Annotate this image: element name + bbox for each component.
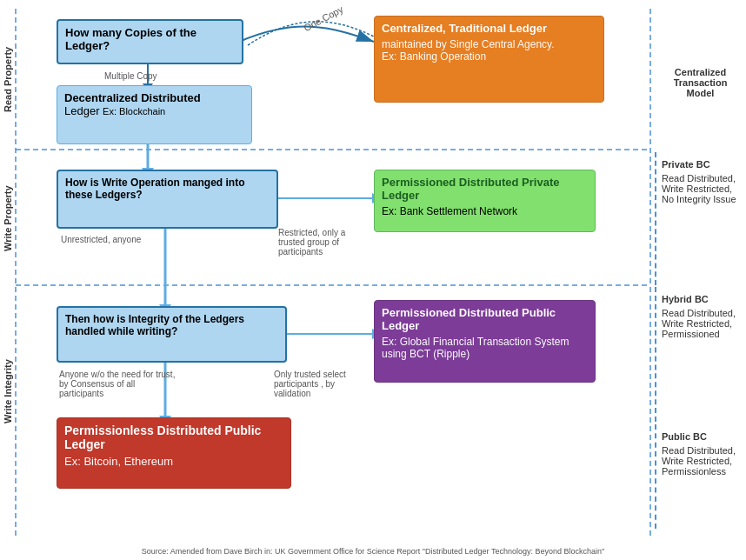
label-read-property: Read Property <box>0 9 16 150</box>
question3-box: Then how is Integrity of the Ledgers han… <box>57 306 287 363</box>
label-write-property: Write Property <box>0 152 16 285</box>
decentralized-ledger-box: Decentralized Distributed Ledger Ex: Blo… <box>57 85 252 144</box>
footer-source: Source: Amended from Dave Birch in: UK G… <box>142 547 604 556</box>
public-bc-desc: Read Distributed, Write Restricted, Perm… <box>662 445 741 477</box>
right-panel-public: Public BC Read Distributed, Write Restri… <box>655 424 746 529</box>
question1-box: How many Copies of the Ledger? <box>57 19 243 64</box>
decentralized-subtitle: Ledger Ex: Blockchain <box>64 104 244 117</box>
multiple-copy-label: Multiple Copy <box>104 71 157 81</box>
restricted-label: Restricted, only a trusted group of part… <box>278 228 370 257</box>
private-title: Permissioned Distributed Private Ledger <box>382 176 588 202</box>
anyone-consensus-label: Anyone w/o the need for trust, by Consen… <box>59 370 177 398</box>
trusted-select-label: Only trusted select participants , by va… <box>274 370 374 398</box>
public-bc-label: Public BC <box>662 431 741 442</box>
one-copy-label: One Copy <box>302 3 344 33</box>
centralized-ledger-box: Centralized, Traditional Ledger maintain… <box>374 16 604 103</box>
label-write-integrity: Write Integrity <box>0 287 16 496</box>
unrestricted-label: Unrestricted, anyone <box>61 235 148 244</box>
decentralized-title: Decentralized Distributed <box>64 91 244 104</box>
private-bc-desc: Read Distributed, Write Restricted, No I… <box>662 173 741 204</box>
permissioned-private-box: Permissioned Distributed Private Ledger … <box>374 170 596 232</box>
permissionless-box: Permissionless Distributed Public Ledger… <box>57 417 291 489</box>
right-panel-centralized: Centralized Transaction Model <box>655 17 746 148</box>
centralized-title: Centralized, Traditional Ledger <box>382 22 596 35</box>
hybrid-bc-label: Hybrid BC <box>662 294 741 304</box>
public-perm-body: Ex: Global Financial Transaction System … <box>382 336 588 360</box>
centralized-model-label: Centralized Transaction Model <box>660 67 741 98</box>
centralized-body: maintained by Single Central Agency. <box>382 38 596 50</box>
permissionless-title: Permissionless Distributed Public Ledger <box>64 423 283 451</box>
permissioned-public-box: Permissioned Distributed Public Ledger E… <box>374 300 596 383</box>
centralized-ex: Ex: Banking Operation <box>382 50 596 63</box>
public-perm-title: Permissioned Distributed Public Ledger <box>382 306 588 332</box>
private-ex: Ex: Bank Settlement Network <box>382 205 588 217</box>
right-panel-private: Private BC Read Distributed, Write Restr… <box>655 152 746 285</box>
hybrid-bc-desc: Read Distributed, Write Restricted, Perm… <box>662 308 741 339</box>
main-container: Read Property Write Property Write Integ… <box>0 0 746 560</box>
permissionless-body: Ex: Bitcoin, Ethereum <box>64 455 283 468</box>
private-bc-label: Private BC <box>662 159 741 170</box>
question2-box: How is Write Operation manged into these… <box>57 170 278 229</box>
right-panel-hybrid: Hybrid BC Read Distributed, Write Restri… <box>655 287 746 422</box>
